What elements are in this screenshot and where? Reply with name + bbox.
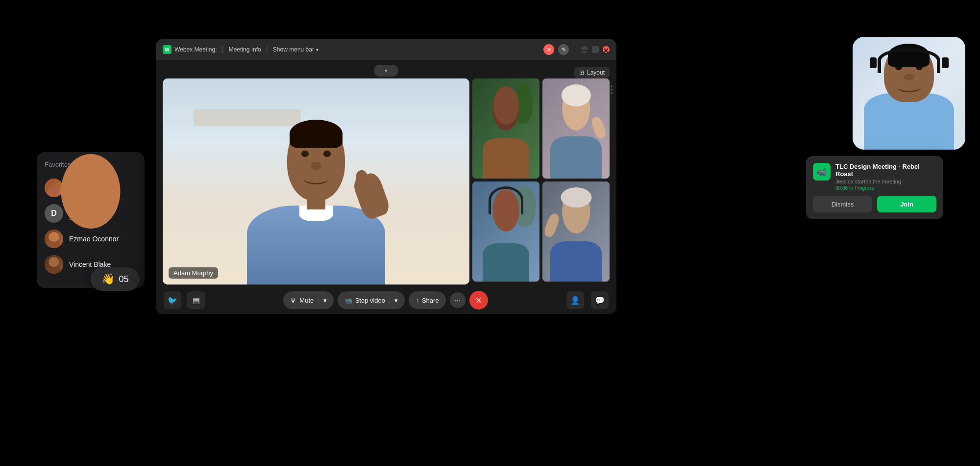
captions-icon: ▤ <box>193 296 200 305</box>
separator: | <box>266 45 268 54</box>
video-grid: Adam Murphy <box>163 78 610 285</box>
notification-description: Jessica started the meeting. <box>835 179 936 184</box>
webex-home-button[interactable]: 🐦 <box>164 291 181 309</box>
contact-name: Ezmae Oconnor <box>69 235 119 243</box>
close-button[interactable]: ✕ <box>603 46 610 53</box>
webex-logo: W Webex Meeting: <box>163 45 217 54</box>
show-menu-label: Show menu bar <box>273 46 314 53</box>
participant-video <box>472 181 539 282</box>
speaker-name-tag: Adam Murphy <box>169 267 218 279</box>
list-item[interactable]: Ezmae Oconnor <box>45 226 137 252</box>
settings-button[interactable]: ✎ <box>558 44 569 55</box>
home-icon: 🐦 <box>168 296 177 305</box>
side-video-grid <box>472 78 610 285</box>
video-icon: 📹 <box>344 297 352 304</box>
share-label: Share <box>422 297 439 304</box>
webex-icon: W <box>163 45 172 54</box>
chevron-down-icon: ▾ <box>394 297 398 304</box>
maximize-button[interactable] <box>592 46 599 53</box>
participants-icon: 👤 <box>570 296 580 305</box>
toolbar-right: 👤 💬 <box>566 291 609 309</box>
person-photo-inner <box>853 37 965 150</box>
emoji-icon: 👋 <box>101 273 115 285</box>
stop-video-label: Stop video <box>355 297 385 304</box>
separator <box>575 46 575 53</box>
layout-label: Layout <box>587 69 605 76</box>
participants-button[interactable]: 👤 <box>566 291 584 309</box>
notification-actions: Dismiss Join <box>813 196 936 212</box>
avatar <box>45 255 63 274</box>
stop-video-button[interactable]: 📹 Stop video | ▾ <box>338 291 405 309</box>
end-icon: ✕ <box>475 296 482 305</box>
mute-button[interactable]: 🎙 Mute | ▾ <box>283 291 333 309</box>
captions-button[interactable]: ▤ <box>187 291 205 309</box>
meeting-window: W Webex Meeting: | Meeting Info | Show m… <box>156 39 616 314</box>
chat-icon: 💬 <box>595 296 605 305</box>
avatar <box>45 179 63 197</box>
avatar <box>45 230 63 248</box>
share-icon: ↑ <box>416 297 419 304</box>
chevron-down-icon: ▾ <box>316 47 318 52</box>
show-menu-button[interactable]: Show menu bar ▾ <box>273 46 318 53</box>
more-icon: ··· <box>454 296 461 305</box>
chevron-down-icon: ▾ <box>385 68 388 74</box>
join-button[interactable]: Join <box>877 196 936 212</box>
avatar: D <box>45 204 63 223</box>
notification-status: 00:06 In Progress <box>835 185 936 191</box>
layout-button[interactable]: ⊞ Layout <box>574 67 610 78</box>
meeting-toolbar: 🐦 ▤ 🎙 Mute | ▾ 📹 Stop video | ▾ ↑ Share <box>156 286 616 314</box>
collapse-button[interactable]: ▾ <box>374 65 398 77</box>
favorite-contact-info: Ezmae Oconnor <box>69 235 119 243</box>
notification-text: TLC Design Meeting - Rebel Roast Jessica… <box>835 163 936 191</box>
video-call-icon: 📹 <box>817 167 827 177</box>
end-call-button[interactable]: ✕ <box>469 291 488 310</box>
dismiss-button[interactable]: Dismiss <box>813 196 872 212</box>
main-video-feed <box>163 78 469 285</box>
participant-video <box>542 181 610 282</box>
emoji-bubble: 👋 05 <box>91 267 140 291</box>
minimize-button[interactable]: — <box>581 46 588 53</box>
person-photo-panel <box>853 37 965 150</box>
separator: | <box>222 45 224 54</box>
notification-card: 📹 TLC Design Meeting - Rebel Roast Jessi… <box>806 156 943 219</box>
window-controls: ✕ ✎ — ✕ <box>543 44 610 55</box>
toolbar-left: 🐦 ▤ <box>164 291 205 309</box>
participant-video <box>472 78 539 179</box>
participant-video <box>542 78 610 179</box>
list-item[interactable]: Deborah Ryan <box>45 175 137 201</box>
toolbar-center: 🎙 Mute | ▾ 📹 Stop video | ▾ ↑ Share ··· … <box>205 291 566 310</box>
notification-title: TLC Design Meeting - Rebel Roast <box>835 163 936 178</box>
more-options-button[interactable]: ··· <box>450 292 466 308</box>
notification-header: 📹 TLC Design Meeting - Rebel Roast Jessi… <box>813 163 936 191</box>
layout-icon: ⊞ <box>579 69 584 76</box>
close-meeting-button[interactable]: ✕ <box>543 44 554 55</box>
app-name: Webex Meeting: <box>174 46 217 53</box>
separator: | <box>389 297 391 304</box>
chevron-down-icon: ▾ <box>323 297 327 304</box>
mute-label: Mute <box>299 297 314 304</box>
emoji-count: 05 <box>119 274 128 285</box>
title-bar: W Webex Meeting: | Meeting Info | Show m… <box>156 39 616 60</box>
share-button[interactable]: ↑ Share <box>409 291 445 309</box>
separator: | <box>318 297 319 304</box>
notification-icon: 📹 <box>813 163 831 181</box>
meeting-info-link[interactable]: Meeting Info <box>229 46 261 53</box>
mic-icon: 🎙 <box>290 297 296 304</box>
chat-button[interactable]: 💬 <box>591 291 609 309</box>
main-speaker-video: Adam Murphy <box>163 78 469 285</box>
